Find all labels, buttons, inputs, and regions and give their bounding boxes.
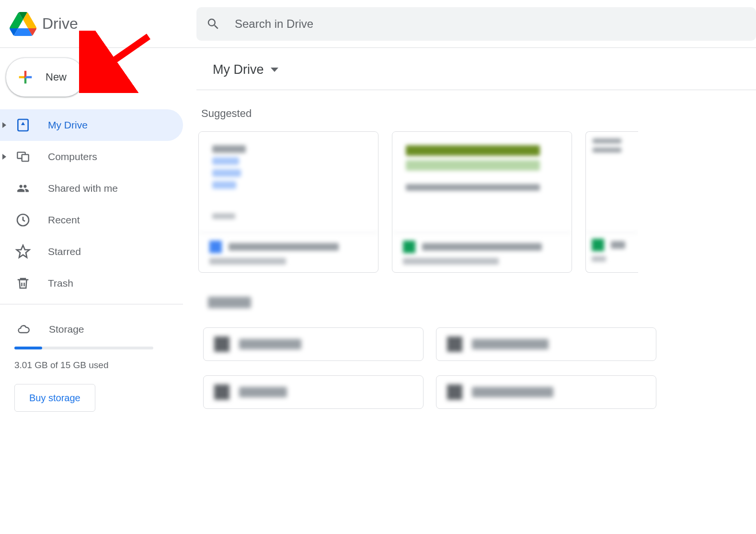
suggested-section-title: Suggested [201, 107, 756, 120]
file-meta [392, 232, 572, 272]
folders-section [196, 297, 756, 409]
sidebar-item-starred[interactable]: Starred [0, 236, 183, 267]
plus-icon [16, 68, 35, 87]
folder-card[interactable] [203, 375, 424, 409]
folder-icon [447, 384, 462, 400]
sidebar-item-computers[interactable]: Computers [0, 141, 183, 173]
file-preview [586, 132, 638, 232]
suggested-card[interactable] [392, 131, 572, 273]
product-name: Drive [42, 15, 78, 33]
drive-icon [15, 117, 31, 133]
suggested-card[interactable] [585, 131, 638, 273]
buy-storage-button[interactable]: Buy storage [14, 384, 95, 412]
drive-logo-icon [10, 12, 36, 36]
storage-section: Storage 3.01 GB of 15 GB used Buy storag… [0, 309, 183, 420]
folder-card[interactable] [436, 375, 656, 409]
breadcrumb-my-drive[interactable]: My Drive [205, 58, 286, 81]
sidebar: New My Drive Computers [0, 48, 183, 420]
shared-icon [15, 182, 31, 195]
main-divider [196, 90, 756, 90]
search-input[interactable] [235, 17, 746, 31]
sidebar-item-trash[interactable]: Trash [0, 267, 183, 299]
nav-label: My Drive [48, 119, 88, 131]
folder-icon [214, 337, 229, 352]
file-meta [586, 232, 638, 267]
storage-used-text: 3.01 GB of 15 GB used [14, 360, 169, 371]
storage-progress-fill [14, 347, 42, 349]
folder-icon [447, 337, 462, 352]
expand-caret-icon[interactable] [2, 154, 6, 160]
sidebar-item-my-drive[interactable]: My Drive [0, 109, 183, 141]
new-button[interactable]: New [6, 58, 84, 97]
trash-icon [16, 275, 30, 291]
folder-row [203, 327, 756, 361]
logo-area[interactable]: Drive [0, 12, 196, 36]
folder-icon [214, 384, 229, 400]
search-icon [206, 17, 220, 31]
folder-card[interactable] [203, 327, 424, 361]
new-button-label: New [46, 71, 67, 83]
file-meta [199, 232, 378, 272]
storage-label: Storage [49, 324, 84, 335]
suggested-row [198, 131, 756, 273]
computers-icon [14, 150, 32, 163]
suggested-card[interactable] [198, 131, 378, 273]
cloud-icon [14, 323, 33, 336]
sidebar-item-storage[interactable]: Storage [14, 318, 169, 341]
sidebar-item-shared[interactable]: Shared with me [0, 173, 183, 204]
recent-icon [15, 212, 31, 228]
sidebar-divider [0, 304, 183, 304]
nav-label: Shared with me [48, 183, 118, 194]
sidebar-item-recent[interactable]: Recent [0, 204, 183, 236]
nav-label: Computers [48, 151, 97, 163]
main-content: My Drive Suggested [196, 48, 756, 409]
file-preview [199, 132, 378, 232]
nav-label: Trash [48, 278, 73, 289]
svg-rect-2 [22, 154, 29, 161]
nav-label: Starred [48, 246, 81, 257]
search-bar[interactable] [196, 7, 756, 41]
folder-row [203, 375, 756, 409]
folders-section-title [208, 297, 251, 308]
starred-icon [15, 244, 31, 259]
storage-progress-bar [14, 347, 153, 349]
nav-label: Recent [48, 214, 80, 226]
folder-card[interactable] [436, 327, 656, 361]
expand-caret-icon[interactable] [2, 122, 6, 128]
file-preview [392, 132, 572, 232]
app-header: Drive [0, 0, 756, 48]
sidebar-nav: My Drive Computers Shared with me [0, 109, 183, 299]
breadcrumb-label: My Drive [213, 62, 264, 77]
chevron-down-icon [271, 68, 278, 72]
